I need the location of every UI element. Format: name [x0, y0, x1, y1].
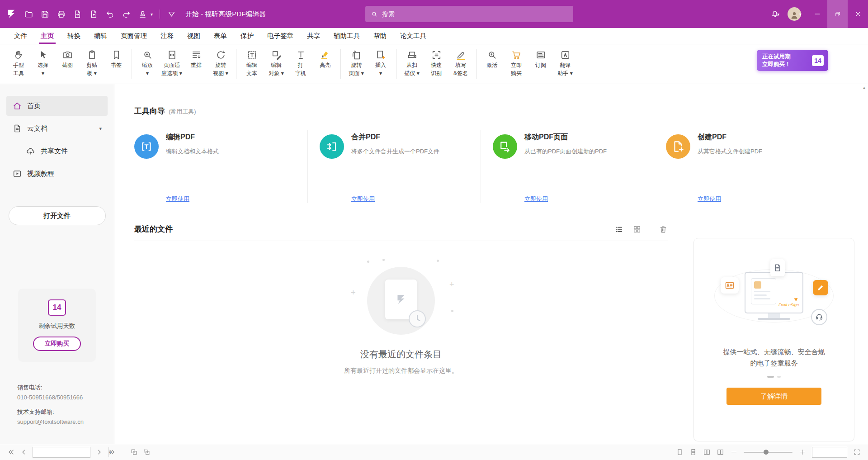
- menu-item[interactable]: 主页: [34, 28, 61, 44]
- ribbon-item-icon: [295, 49, 307, 61]
- learn-more-button[interactable]: 了解详情: [726, 388, 821, 405]
- tool-use-now-link[interactable]: 立即使用: [166, 195, 189, 203]
- ribbon-item-label: 编辑: [271, 62, 282, 69]
- ribbon-item[interactable]: 立即 购买: [504, 48, 528, 77]
- zoom-in-button[interactable]: [798, 448, 806, 456]
- ribbon-item[interactable]: 选择 ▾: [31, 48, 55, 77]
- zoom-slider[interactable]: [744, 448, 793, 456]
- ribbon-item[interactable]: 高亮: [313, 48, 337, 77]
- ribbon-item[interactable]: 旋转 视图 ▾: [208, 48, 233, 77]
- signature-tool-icon[interactable]: [138, 9, 147, 19]
- facing-view-button[interactable]: [703, 448, 711, 456]
- menu-item[interactable]: 视图: [180, 28, 207, 44]
- carousel-dot[interactable]: [777, 376, 781, 378]
- ribbon-item[interactable]: [236, 49, 236, 79]
- restore-button[interactable]: [827, 0, 848, 28]
- ribbon-item[interactable]: [340, 49, 341, 79]
- sidebar-item[interactable]: 共享文件 ▾: [20, 141, 108, 161]
- last-page-button[interactable]: [108, 448, 116, 456]
- carousel-dot-active[interactable]: [767, 376, 774, 378]
- menu-item[interactable]: 注释: [154, 28, 180, 44]
- open-file-button[interactable]: 打开文件: [9, 206, 106, 225]
- sidebar-item[interactable]: 云文档 ▾: [6, 119, 108, 138]
- notifications-button[interactable]: ▾: [766, 9, 784, 19]
- ribbon-item[interactable]: 截图: [55, 48, 80, 77]
- export-pdf-icon[interactable]: [73, 9, 82, 19]
- close-button[interactable]: [848, 0, 868, 28]
- print-icon[interactable]: [57, 9, 66, 19]
- clear-recent-button[interactable]: [659, 225, 668, 234]
- menu-item[interactable]: 转换: [61, 28, 87, 44]
- ribbon-item[interactable]: 翻译 助手 ▾: [553, 48, 577, 77]
- tool-use-now-link[interactable]: 立即使用: [698, 195, 721, 203]
- search-bar[interactable]: [365, 6, 573, 22]
- customize-toolbar-icon[interactable]: [167, 9, 176, 19]
- menu-item[interactable]: 共享: [300, 28, 327, 44]
- ribbon-item[interactable]: 缩放 ▾: [135, 48, 160, 77]
- menu-item[interactable]: 辅助工具: [327, 28, 367, 44]
- search-input[interactable]: [382, 10, 568, 18]
- ribbon-item[interactable]: 插入 ▾: [368, 48, 393, 77]
- support-email-value[interactable]: support@foxitsoftware.cn: [17, 418, 114, 425]
- ribbon-item[interactable]: 手型 工具: [6, 48, 31, 77]
- ribbon-item[interactable]: 打 字机: [288, 48, 313, 77]
- select-area-button[interactable]: [143, 448, 151, 456]
- ribbon-item[interactable]: 旋转 页面 ▾: [344, 48, 368, 77]
- previous-page-button[interactable]: [20, 448, 28, 456]
- book-view-button[interactable]: [717, 448, 724, 456]
- grid-view-button[interactable]: [632, 225, 642, 234]
- zoom-level-input[interactable]: [812, 447, 847, 457]
- open-file-icon[interactable]: [24, 9, 33, 19]
- ribbon-item[interactable]: 激活: [480, 48, 504, 77]
- page-number-box[interactable]: ▾: [33, 447, 90, 458]
- zoom-out-button[interactable]: [730, 448, 738, 456]
- menu-item[interactable]: 电子签章: [260, 28, 300, 44]
- ribbon-item[interactable]: 书签: [104, 48, 128, 77]
- ribbon-item[interactable]: 重排: [184, 48, 208, 77]
- scroll-up-icon[interactable]: ▲: [862, 85, 866, 90]
- ribbon-item[interactable]: 页面适 应选项 ▾: [160, 48, 184, 77]
- ribbon-item[interactable]: [132, 49, 132, 79]
- ribbon-item[interactable]: 订阅: [528, 48, 553, 77]
- ribbon-item[interactable]: 从扫 描仪 ▾: [400, 48, 424, 77]
- save-icon[interactable]: [40, 9, 50, 19]
- first-page-button[interactable]: [7, 448, 15, 456]
- tool-use-now-link[interactable]: 立即使用: [524, 195, 548, 203]
- sidebar-item[interactable]: 视频教程 ▾: [6, 164, 108, 184]
- carousel-dots[interactable]: [767, 376, 781, 378]
- trial-buy-badge[interactable]: 正在试用期 立即购买！ 14: [757, 50, 828, 71]
- next-page-button[interactable]: [95, 448, 103, 456]
- redo-icon[interactable]: [122, 9, 131, 19]
- menu-item[interactable]: 表单: [207, 28, 234, 44]
- menu-item[interactable]: 页面管理: [114, 28, 154, 44]
- menu-item[interactable]: 帮助: [367, 28, 393, 44]
- single-page-view-button[interactable]: [676, 448, 684, 456]
- minimize-button[interactable]: [807, 0, 827, 28]
- tool-use-now-link[interactable]: 立即使用: [351, 195, 375, 203]
- menu-item[interactable]: 保护: [234, 28, 260, 44]
- buy-now-button[interactable]: 立即购买: [33, 337, 81, 351]
- undo-icon[interactable]: [105, 9, 115, 19]
- ribbon-item[interactable]: [476, 49, 476, 79]
- list-view-button[interactable]: [614, 225, 623, 234]
- ribbon-item[interactable]: 填写 &签名: [448, 48, 473, 77]
- account-menu[interactable]: ▾: [784, 7, 807, 21]
- tool-icon: [134, 134, 159, 159]
- snapshot-button[interactable]: [130, 448, 138, 456]
- menu-item[interactable]: 文件: [7, 28, 34, 44]
- zoom-slider-thumb[interactable]: [764, 450, 769, 455]
- chevron-down-icon[interactable]: ▾: [99, 126, 102, 132]
- ribbon-item[interactable]: 剪贴 板 ▾: [80, 48, 104, 77]
- continuous-view-button[interactable]: [689, 448, 697, 456]
- fullscreen-button[interactable]: [853, 448, 861, 456]
- share-document-icon[interactable]: [89, 9, 99, 19]
- menu-item[interactable]: 论文工具: [393, 28, 433, 44]
- zoom-level-box[interactable]: [812, 447, 847, 458]
- ribbon-item[interactable]: [396, 49, 396, 79]
- sidebar-item[interactable]: 首页 ▾: [6, 96, 108, 116]
- ribbon-item[interactable]: 编辑 对象 ▾: [264, 48, 288, 77]
- ribbon-item[interactable]: 快速 识别: [424, 48, 448, 77]
- ribbon-item[interactable]: 编辑 文本: [240, 48, 264, 77]
- chevron-down-icon[interactable]: ▾: [151, 12, 153, 17]
- menu-item[interactable]: 编辑: [87, 28, 114, 44]
